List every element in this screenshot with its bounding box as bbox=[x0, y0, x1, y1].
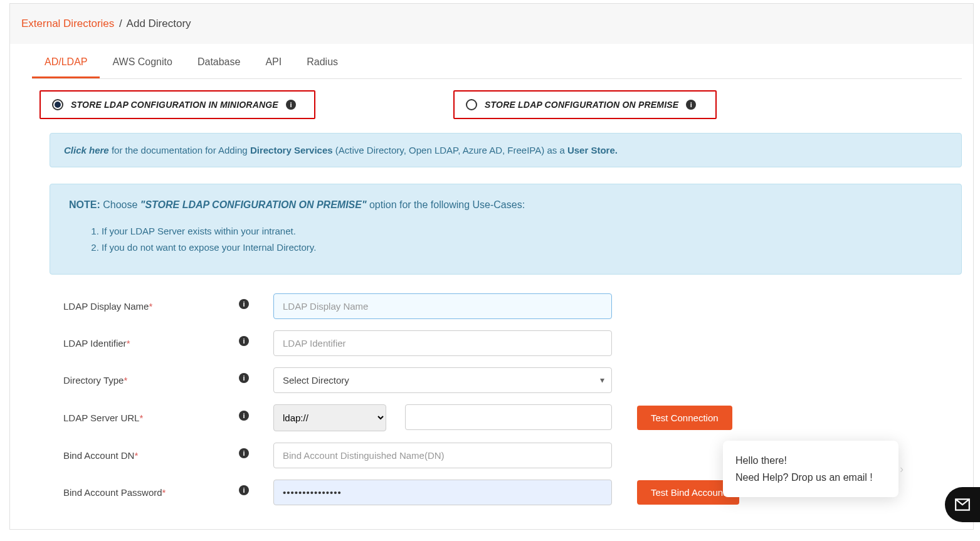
radio-label: STORE LDAP CONFIGURATION ON PREMISE bbox=[485, 100, 678, 110]
note-list-item: If you do not want to expose your Intern… bbox=[102, 239, 942, 256]
input-bind-dn[interactable] bbox=[273, 443, 612, 468]
info-icon[interactable]: i bbox=[239, 448, 249, 458]
chat-fab-button[interactable] bbox=[945, 487, 980, 522]
input-server-url[interactable] bbox=[405, 404, 612, 430]
label-display-name: LDAP Display Name* bbox=[63, 301, 239, 312]
tab-radius[interactable]: Radius bbox=[294, 46, 350, 78]
radio-icon bbox=[466, 99, 477, 110]
tab-aws-cognito[interactable]: AWS Cognito bbox=[100, 46, 184, 78]
config-location-radios: STORE LDAP CONFIGURATION IN MINIORANGE i… bbox=[40, 90, 962, 119]
select-directory-type[interactable]: Select Directory bbox=[273, 367, 612, 393]
doc-text: (Active Directory, Open LDAP, Azure AD, … bbox=[333, 145, 567, 155]
doc-bold-directory-services: Directory Services bbox=[250, 145, 333, 155]
breadcrumb-current: Add Directory bbox=[127, 18, 191, 29]
row-directory-type: Directory Type* i Select Directory bbox=[63, 367, 962, 393]
radio-label: STORE LDAP CONFIGURATION IN MINIORANGE bbox=[71, 100, 278, 110]
breadcrumb-separator: / bbox=[119, 18, 122, 29]
tab-api[interactable]: API bbox=[253, 46, 294, 78]
email-icon bbox=[954, 496, 971, 513]
radio-store-on-premise[interactable]: STORE LDAP CONFIGURATION ON PREMISE i bbox=[453, 90, 717, 119]
note-list: If your LDAP Server exists within your i… bbox=[69, 223, 942, 255]
radio-icon bbox=[52, 99, 63, 110]
documentation-info-box: Click here for the documentation for Add… bbox=[50, 133, 962, 167]
row-display-name: LDAP Display Name* i bbox=[63, 293, 962, 319]
test-connection-button[interactable]: Test Connection bbox=[637, 406, 732, 430]
row-identifier: LDAP Identifier* i bbox=[63, 330, 962, 356]
info-icon[interactable]: i bbox=[239, 373, 249, 383]
note-quoted: "STORE LDAP CONFIGURATION ON PREMISE" bbox=[140, 199, 367, 210]
info-icon[interactable]: i bbox=[286, 100, 296, 110]
chat-line: Need Help? Drop us an email ! bbox=[735, 469, 886, 486]
info-icon[interactable]: i bbox=[686, 100, 696, 110]
tabs: AD/LDAP AWS Cognito Database API Radius bbox=[32, 44, 962, 79]
note-title: NOTE: Choose "STORE LDAP CONFIGURATION O… bbox=[69, 199, 942, 211]
label-bind-password: Bind Account Password* bbox=[63, 487, 239, 498]
note-box: NOTE: Choose "STORE LDAP CONFIGURATION O… bbox=[50, 184, 962, 275]
info-icon[interactable]: i bbox=[239, 411, 249, 421]
doc-text: for the documentation for Adding bbox=[109, 145, 250, 155]
note-list-item: If your LDAP Server exists within your i… bbox=[102, 223, 942, 239]
radio-store-miniorange[interactable]: STORE LDAP CONFIGURATION IN MINIORANGE i bbox=[40, 90, 315, 119]
note-text: option for the following Use-Cases: bbox=[367, 199, 525, 210]
row-server-url: LDAP Server URL* i ldap:// bbox=[63, 404, 962, 431]
label-directory-type: Directory Type* bbox=[63, 375, 239, 386]
label-server-url: LDAP Server URL* bbox=[63, 412, 239, 423]
note-text: Choose bbox=[100, 199, 140, 210]
label-identifier: LDAP Identifier* bbox=[63, 338, 239, 349]
breadcrumb: External Directories / Add Directory bbox=[10, 4, 973, 44]
info-icon[interactable]: i bbox=[239, 299, 249, 309]
input-bind-password[interactable] bbox=[273, 480, 612, 505]
chevron-right-icon: › bbox=[900, 460, 904, 479]
tab-adldap[interactable]: AD/LDAP bbox=[32, 46, 100, 78]
tab-database[interactable]: Database bbox=[185, 46, 253, 78]
note-label: NOTE: bbox=[69, 199, 100, 210]
info-icon[interactable]: i bbox=[239, 485, 249, 495]
input-identifier[interactable] bbox=[273, 330, 612, 356]
chat-help-popup[interactable]: Hello there! Need Help? Drop us an email… bbox=[723, 441, 898, 497]
select-ldap-scheme[interactable]: ldap:// bbox=[273, 404, 386, 431]
doc-click-here-link[interactable]: Click here bbox=[64, 145, 109, 155]
chat-line: Hello there! bbox=[735, 452, 886, 469]
doc-bold-user-store: User Store. bbox=[567, 145, 618, 155]
info-icon[interactable]: i bbox=[239, 336, 249, 346]
label-bind-dn: Bind Account DN* bbox=[63, 450, 239, 461]
breadcrumb-link-external-directories[interactable]: External Directories bbox=[21, 18, 114, 29]
input-display-name[interactable] bbox=[273, 293, 612, 319]
